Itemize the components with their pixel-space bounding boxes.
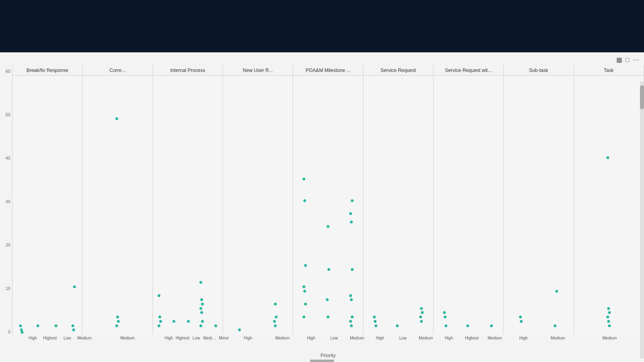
x-priority-label: Highest xyxy=(175,336,189,340)
data-dot xyxy=(304,302,307,305)
horizontal-scrollbar[interactable] xyxy=(310,360,334,362)
y-axis-label: 10 xyxy=(2,286,10,291)
issue-plot xyxy=(574,76,644,334)
data-dot xyxy=(374,324,377,327)
x-label-group: HighLowMedium xyxy=(369,336,438,340)
data-dot xyxy=(350,221,353,224)
issue-header: Sub-task xyxy=(504,65,573,76)
data-dot xyxy=(157,324,160,327)
x-priority-label: Medium xyxy=(346,336,369,340)
issue-column: Break/fix Response xyxy=(12,65,83,334)
issue-plot xyxy=(433,76,503,334)
data-dot xyxy=(157,294,160,297)
data-dot xyxy=(201,302,204,305)
x-priority-label: Low xyxy=(59,336,76,340)
data-dot xyxy=(607,320,610,323)
issue-plot xyxy=(83,76,152,334)
data-dot xyxy=(607,307,610,310)
data-dot xyxy=(373,316,376,319)
issue-column: Service Request xyxy=(363,65,433,334)
data-dot xyxy=(304,264,307,267)
x-priority-label: High xyxy=(369,336,392,340)
data-dot xyxy=(421,311,424,314)
data-dot xyxy=(199,324,202,327)
data-dot xyxy=(444,316,446,319)
issue-header: Service Request wit... xyxy=(433,65,503,76)
data-dot xyxy=(350,324,353,327)
data-dot xyxy=(115,117,118,120)
x-label-group: HighLowMedium xyxy=(299,336,368,340)
data-dot xyxy=(420,307,423,310)
data-dot xyxy=(444,324,447,327)
x-priority-label: Highest xyxy=(41,336,59,340)
data-dot xyxy=(420,320,423,323)
data-dot xyxy=(116,316,119,319)
issue-header: Break/fix Response xyxy=(12,65,82,76)
issue-header: Internal Process xyxy=(153,65,223,76)
x-priority-label: Minor xyxy=(217,336,231,340)
x-label-group: Medium xyxy=(93,336,162,340)
data-dot xyxy=(200,311,203,314)
data-dot xyxy=(19,324,22,327)
y-axis-label: 40 xyxy=(2,156,10,160)
issue-column: New User R... xyxy=(223,65,293,334)
plot-area: Break/fix ResponseCorre...Internal Proce… xyxy=(12,65,644,358)
x-priority-label: High xyxy=(299,336,322,340)
data-dot xyxy=(519,316,522,319)
x-priority-label: High xyxy=(24,336,41,340)
data-dot xyxy=(520,320,522,323)
data-dot xyxy=(199,307,202,310)
x-priority-label: Highest xyxy=(460,336,483,340)
issue-column: Service Request wit... xyxy=(433,65,504,334)
data-dot xyxy=(554,324,557,327)
data-dot xyxy=(396,324,399,327)
x-priority-label: High xyxy=(231,336,265,340)
issue-header: Task xyxy=(574,65,644,76)
data-dot xyxy=(55,324,58,327)
data-dot xyxy=(303,290,306,292)
data-dot xyxy=(21,331,23,333)
data-dot xyxy=(36,324,39,327)
top-bar xyxy=(0,0,644,52)
x-priority-label: Medium xyxy=(575,336,644,340)
y-axis-label: 50 xyxy=(2,113,10,117)
data-dot xyxy=(351,268,353,271)
issue-plot xyxy=(363,76,433,334)
data-dot xyxy=(72,329,75,331)
scrollbar[interactable] xyxy=(640,81,644,358)
y-axis-label: 20 xyxy=(2,243,10,247)
expand-icon[interactable]: □ xyxy=(625,56,630,64)
more-icon[interactable]: ⋯ xyxy=(633,56,639,64)
data-dot xyxy=(274,324,277,327)
data-dot xyxy=(326,225,329,228)
x-priority-label: Low xyxy=(392,336,415,340)
data-dot xyxy=(117,320,120,323)
data-dot xyxy=(608,324,611,327)
data-dot xyxy=(159,320,162,323)
data-dot xyxy=(187,320,190,323)
filter-icon[interactable]: ▦ xyxy=(616,56,622,64)
y-axis-label: 0 xyxy=(2,330,10,334)
x-priority-label: Medium xyxy=(203,336,217,340)
data-dot xyxy=(466,324,469,327)
data-dot xyxy=(201,320,204,323)
x-priority-label: Medium xyxy=(415,336,438,340)
x-label-group: HighHighestLowMedium xyxy=(24,336,93,340)
data-dot xyxy=(172,320,175,323)
data-dot xyxy=(351,316,353,319)
data-dot xyxy=(327,268,330,271)
x-priority-label: Medium xyxy=(93,336,162,340)
data-dot xyxy=(555,290,558,292)
issue-column: Corre... xyxy=(83,65,153,334)
data-dot xyxy=(374,320,376,323)
data-dot xyxy=(303,316,305,319)
data-dot xyxy=(607,316,609,319)
issue-plot xyxy=(223,76,293,334)
x-label-group: HighMedium xyxy=(506,336,575,340)
x-priority-label: Medium xyxy=(541,336,575,340)
issue-header: Corre... xyxy=(83,65,152,76)
x-priority-label: Medium xyxy=(76,336,93,340)
x-label-group: HighHighestMedium xyxy=(438,336,506,340)
x-priority-label: High xyxy=(438,336,460,340)
x-priority-label: High xyxy=(162,336,175,340)
